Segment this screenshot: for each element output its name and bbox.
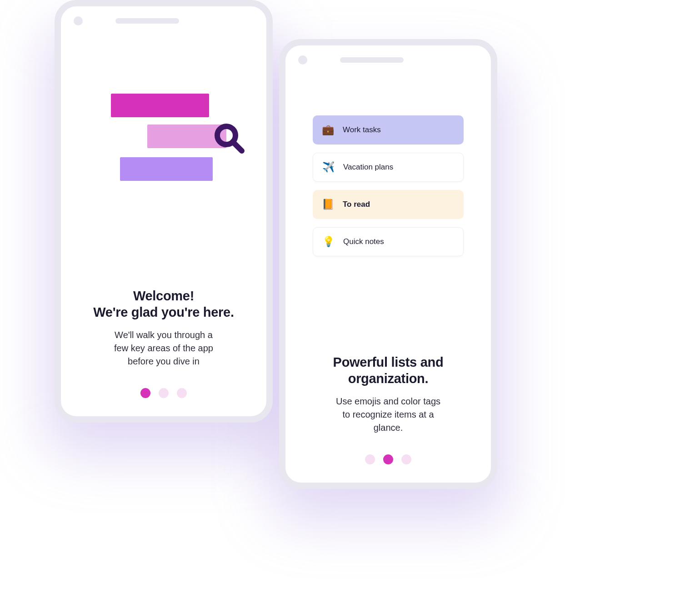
page-dots xyxy=(79,388,248,398)
page-dot-2[interactable] xyxy=(159,388,169,398)
subcopy: We'll walk you through a few key areas o… xyxy=(84,329,244,368)
briefcase-icon: 💼 xyxy=(322,124,334,136)
list-item[interactable]: 💼 Work tasks xyxy=(313,115,464,145)
page-dot-2[interactable] xyxy=(383,454,393,464)
phone-mockup-1: Welcome! We're glad you're here. We'll w… xyxy=(55,0,273,423)
phone-mockup-2: 💼 Work tasks ✈️ Vacation plans 📙 To read… xyxy=(279,39,497,489)
list-item-label: Work tasks xyxy=(343,125,381,135)
page-dot-3[interactable] xyxy=(177,388,187,398)
headline: Powerful lists and organization. xyxy=(308,354,468,387)
subcopy: Use emojis and color tags to recognize i… xyxy=(308,395,468,434)
illustration-bars xyxy=(79,35,248,208)
list-item[interactable]: 📙 To read xyxy=(313,190,464,219)
page-dot-1[interactable] xyxy=(365,454,375,464)
onboarding-screen-1: Welcome! We're glad you're here. We'll w… xyxy=(61,35,266,416)
list-item-label: To read xyxy=(343,200,370,209)
camera-dot-icon xyxy=(74,16,83,25)
illustration-bar-1 xyxy=(111,94,209,117)
airplane-icon: ✈️ xyxy=(322,161,334,173)
speaker-slot-icon xyxy=(115,18,179,24)
lightbulb-icon: 💡 xyxy=(322,236,334,248)
speaker-slot-icon xyxy=(340,57,404,63)
copy-block: Welcome! We're glad you're here. We'll w… xyxy=(79,279,248,369)
list-item[interactable]: 💡 Quick notes xyxy=(313,227,464,256)
phone-status-bar xyxy=(61,6,266,35)
svg-line-1 xyxy=(233,142,242,151)
illustration-bar-3 xyxy=(120,157,213,181)
page-dots xyxy=(304,454,473,464)
headline: Welcome! We're glad you're here. xyxy=(84,288,244,321)
list-item-label: Quick notes xyxy=(343,237,384,246)
book-icon: 📙 xyxy=(322,199,334,210)
page-dot-1[interactable] xyxy=(140,388,150,398)
phone-status-bar xyxy=(285,45,491,75)
search-icon xyxy=(213,122,245,154)
example-lists: 💼 Work tasks ✈️ Vacation plans 📙 To read… xyxy=(304,75,473,256)
camera-dot-icon xyxy=(298,55,307,65)
copy-block: Powerful lists and organization. Use emo… xyxy=(304,345,473,435)
onboarding-screen-2: 💼 Work tasks ✈️ Vacation plans 📙 To read… xyxy=(285,75,491,483)
list-item[interactable]: ✈️ Vacation plans xyxy=(313,153,464,182)
list-item-label: Vacation plans xyxy=(343,163,393,172)
page-dot-3[interactable] xyxy=(401,454,411,464)
